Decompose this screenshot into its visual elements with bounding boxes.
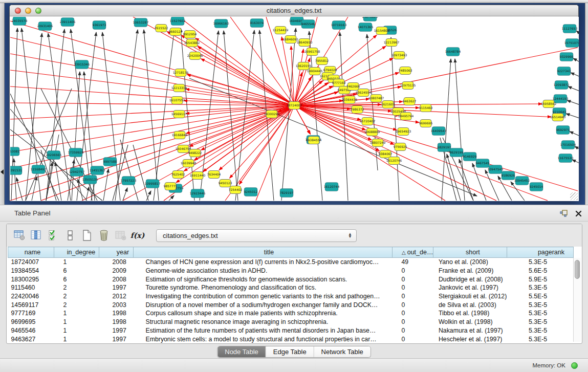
- graph-node-label: 9450123: [219, 181, 232, 185]
- graph-edge: [102, 32, 120, 201]
- table-cell: 49: [393, 258, 433, 267]
- table-cell: 2003: [99, 301, 134, 310]
- close-panel-icon[interactable]: [575, 210, 582, 217]
- column-header-in_degree[interactable]: in_degree: [54, 247, 99, 258]
- delete-columns-icon[interactable]: [95, 227, 112, 244]
- network-graph[interactable]: 2403557820931406239114069361973106532871…: [10, 17, 579, 201]
- function-builder-icon[interactable]: f(x): [129, 227, 146, 244]
- table-cell: 5.3E-5: [507, 301, 574, 310]
- column-header-out_de[interactable]: △out_de…: [393, 247, 433, 258]
- table-cell: 0: [393, 326, 433, 335]
- graph-edge: [14, 159, 16, 201]
- table-cell: 9465546: [8, 326, 54, 335]
- graph-node-label: 10719163: [331, 23, 347, 27]
- sort-ascending-icon: △: [402, 250, 406, 255]
- zoom-window-button[interactable]: [35, 8, 41, 14]
- graph-node-label: 9361973: [93, 23, 106, 27]
- table-scrollbar[interactable]: [573, 258, 581, 342]
- table-row[interactable]: 911546021997Tourette syndrome. Phenomeno…: [8, 283, 574, 292]
- graph-edge: [10, 103, 294, 105]
- table-selector-dropdown[interactable]: citations_edges.txt ▲▼: [156, 229, 357, 242]
- column-header-title[interactable]: title: [134, 247, 393, 258]
- new-column-icon[interactable]: [78, 227, 95, 244]
- graph-node-label: 9692971: [556, 128, 570, 132]
- network-desktop: citations_edges.txt 24035578209314062391…: [0, 0, 588, 205]
- graph-node-label: 9227343: [557, 69, 571, 73]
- window-resize-grip[interactable]: [570, 192, 578, 200]
- graph-node-label: 9329966: [560, 55, 574, 58]
- table-row[interactable]: 1830029562008Estimation of significance …: [8, 275, 574, 283]
- close-window-button[interactable]: [15, 8, 21, 14]
- table-row[interactable]: 969969511998Structural magnetic resonanc…: [8, 318, 574, 326]
- table-row[interactable]: 946362711997Embryonic stem cells: a mode…: [8, 335, 574, 344]
- table-scrollbar-thumb[interactable]: [575, 260, 580, 279]
- graph-edge: [294, 105, 578, 191]
- graph-edge: [10, 37, 294, 105]
- table-mode-icon[interactable]: [11, 227, 28, 244]
- graph-node-label: 9467545: [476, 161, 490, 165]
- tab-node-table[interactable]: Node Table: [217, 346, 266, 357]
- table-cell: Dudbridge et al. (2008): [433, 275, 507, 283]
- graph-node-label: 15046756: [176, 147, 191, 150]
- graph-node-label: 10653287: [133, 20, 149, 24]
- graph-node-label: 11568497: [31, 167, 47, 171]
- table-cell: 0: [393, 309, 433, 318]
- graph-node-label: 16543882: [184, 41, 200, 45]
- tab-edge-table[interactable]: Edge Table: [266, 346, 314, 357]
- panel-collapse-arrow[interactable]: [1, 169, 4, 174]
- table-cell: Jankovic et al. (1997): [433, 283, 507, 292]
- graph-edge: [566, 114, 579, 120]
- table-cell: 18724007: [8, 258, 54, 267]
- graph-node-label: 24035578: [12, 19, 28, 23]
- column-header-pagerank[interactable]: pagerank: [507, 247, 574, 258]
- table-row[interactable]: 1938455462009Genome-wide association stu…: [8, 267, 574, 275]
- table-cell: Wolkin et al. (1998): [433, 318, 507, 326]
- minimize-window-button[interactable]: [25, 8, 31, 14]
- graph-node-label: 16154808: [374, 29, 390, 32]
- graph-node-label: 18807249: [370, 141, 386, 144]
- table-cell: Nakamura et al. (1997): [433, 326, 507, 335]
- table-cell: 5.3E-5: [507, 309, 574, 318]
- table-cell: Embryonic stem cells: a model to study s…: [134, 335, 393, 344]
- table-cell: 5.3E-5: [507, 283, 574, 292]
- selection-mode-icon[interactable]: [45, 227, 61, 244]
- table-row[interactable]: 1872400712008Changes of HCN gene express…: [8, 258, 574, 267]
- table-cell: 2008: [99, 258, 134, 267]
- graph-node-label: 9463627: [403, 99, 417, 103]
- table-cell: 1997: [99, 283, 134, 292]
- table-cell: 0: [393, 267, 433, 275]
- graph-node-label: 12942757: [69, 170, 85, 173]
- column-header-short[interactable]: short: [433, 247, 507, 258]
- table-row[interactable]: 1456911722003Disruption of a novel membe…: [8, 301, 574, 310]
- graph-node-label: 14569117: [171, 112, 187, 116]
- graph-node-label: 1621607: [381, 102, 395, 106]
- graph-node-label: 11675530: [558, 156, 574, 160]
- graph-node-label: 9498222: [188, 151, 202, 155]
- memory-ok-icon[interactable]: [571, 362, 578, 369]
- graph-node-label: 16961758: [304, 50, 320, 53]
- column-header-year[interactable]: year: [99, 247, 134, 258]
- window-titlebar[interactable]: citations_edges.txt: [10, 5, 578, 16]
- graph-edge: [10, 70, 294, 105]
- row-checkboxes-icon[interactable]: [61, 227, 78, 244]
- tab-network-table[interactable]: Network Table: [314, 346, 371, 357]
- table-row[interactable]: 946554611997Estimation of the future num…: [8, 326, 574, 335]
- table-cell: 22420046: [8, 292, 54, 301]
- graph-node-label: 9660124: [169, 30, 183, 33]
- table-row[interactable]: 2242004622012Investigating the contribut…: [8, 292, 574, 301]
- table-cell: 9463627: [8, 335, 54, 344]
- graph-node-label: 10945452: [514, 179, 530, 182]
- network-canvas[interactable]: 2403557820931406239114069361973106532871…: [10, 17, 579, 201]
- table-cell: 2: [54, 292, 99, 301]
- float-panel-icon[interactable]: [560, 210, 568, 217]
- show-columns-icon[interactable]: [28, 227, 45, 244]
- column-header-name[interactable]: name: [8, 247, 54, 258]
- table-row[interactable]: 977716911998Corpus callosum shape and si…: [8, 309, 574, 318]
- graph-node-label: 16846091: [283, 37, 299, 41]
- graph-node-label: 9115460: [419, 106, 433, 110]
- graph-node-label: 9699695: [419, 121, 433, 125]
- graph-edge: [78, 179, 83, 201]
- network-view-window[interactable]: citations_edges.txt 24035578209314062391…: [9, 5, 579, 201]
- graph-node-label: 16039948: [181, 161, 197, 165]
- table-cell: 0: [393, 283, 433, 292]
